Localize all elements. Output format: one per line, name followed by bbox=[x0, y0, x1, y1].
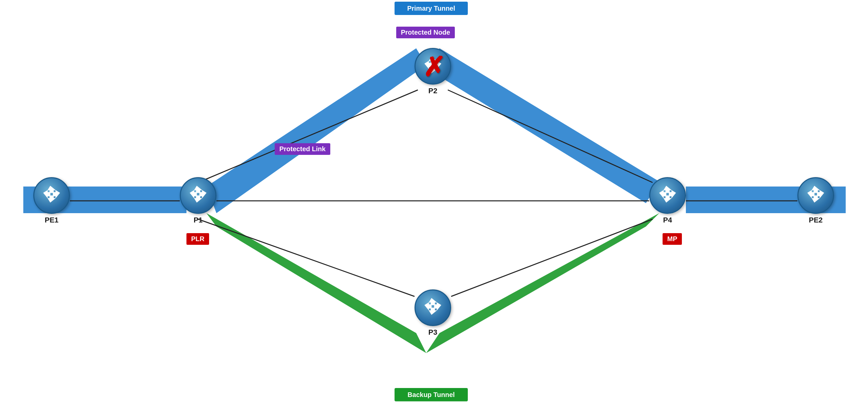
svg-line-7 bbox=[198, 90, 418, 183]
svg-marker-36 bbox=[663, 195, 672, 203]
svg-marker-35 bbox=[663, 186, 672, 193]
svg-line-11 bbox=[451, 219, 653, 297]
router-p2: ✗ P2 bbox=[414, 48, 451, 95]
diagram-container: Primary Tunnel Backup Tunnel PE1 bbox=[0, 0, 868, 402]
protected-node-badge: Protected Node bbox=[396, 27, 455, 38]
svg-marker-2 bbox=[426, 48, 659, 203]
svg-marker-31 bbox=[429, 298, 437, 305]
svg-marker-17 bbox=[43, 190, 50, 198]
svg-text:Backup Tunnel: Backup Tunnel bbox=[407, 391, 455, 398]
mp-badge: MP bbox=[662, 233, 682, 245]
protected-link-badge: Protected Link bbox=[275, 143, 330, 155]
router-p1: P1 bbox=[180, 177, 216, 224]
router-p4-label: P4 bbox=[663, 216, 672, 224]
svg-marker-23 bbox=[194, 186, 202, 193]
svg-marker-33 bbox=[659, 190, 666, 198]
router-p3-label: P3 bbox=[429, 328, 437, 337]
svg-marker-22 bbox=[199, 190, 207, 198]
svg-marker-30 bbox=[434, 302, 441, 310]
router-pe1-icon bbox=[33, 177, 70, 214]
svg-marker-40 bbox=[812, 195, 820, 203]
svg-marker-34 bbox=[669, 190, 676, 198]
router-pe2-label: PE2 bbox=[809, 216, 823, 224]
failure-overlay: ✗ bbox=[412, 45, 456, 89]
router-p4: P4 bbox=[649, 177, 686, 224]
router-p1-icon bbox=[180, 177, 216, 214]
svg-marker-21 bbox=[190, 190, 197, 198]
router-p3: P3 bbox=[414, 289, 451, 337]
svg-marker-37 bbox=[807, 190, 814, 198]
router-pe1-label: PE1 bbox=[44, 216, 59, 224]
svg-marker-19 bbox=[48, 186, 56, 193]
svg-line-10 bbox=[198, 219, 414, 297]
svg-text:Primary Tunnel: Primary Tunnel bbox=[407, 5, 455, 12]
svg-marker-20 bbox=[48, 195, 56, 203]
router-pe2-icon bbox=[798, 177, 834, 214]
svg-marker-18 bbox=[53, 190, 60, 198]
svg-marker-1 bbox=[207, 48, 426, 213]
router-pe2: PE2 bbox=[798, 177, 834, 224]
router-pe1: PE1 bbox=[33, 177, 70, 224]
router-p1-label: P1 bbox=[194, 216, 203, 224]
svg-line-8 bbox=[448, 90, 653, 183]
x-mark-icon: ✗ bbox=[423, 54, 445, 81]
plr-badge: PLR bbox=[186, 233, 209, 245]
svg-marker-38 bbox=[817, 190, 824, 198]
svg-marker-32 bbox=[429, 308, 437, 315]
router-p3-icon bbox=[414, 289, 451, 326]
svg-marker-39 bbox=[812, 186, 820, 193]
router-p2-icon: ✗ bbox=[414, 48, 451, 85]
svg-marker-24 bbox=[194, 195, 202, 203]
svg-marker-5 bbox=[426, 213, 659, 353]
router-p4-icon bbox=[649, 177, 686, 214]
svg-marker-29 bbox=[425, 302, 432, 310]
